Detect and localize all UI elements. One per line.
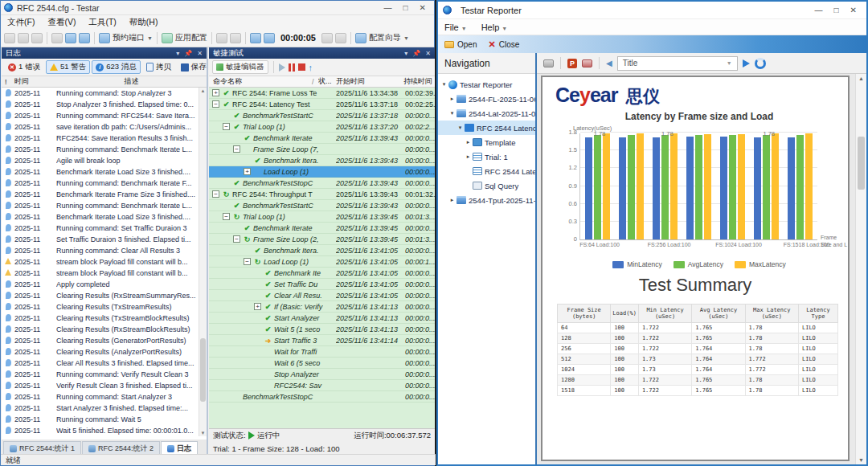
log-row[interactable]: 2025-11Clear All Results 3 finished. Ela… — [2, 358, 199, 369]
log-row[interactable]: 2025-11Benchmark Iterate Frame Size 3 fi… — [2, 189, 199, 200]
close-panel-icon[interactable]: ✕ — [425, 50, 431, 57]
run-report-icon[interactable] — [743, 59, 750, 67]
menu-item[interactable]: Help▼ — [481, 22, 508, 32]
close-panel-icon[interactable]: ✕ — [197, 50, 203, 57]
dropdown-icon[interactable]: ▾ — [404, 50, 407, 57]
nav-item-2544-tput-2025-11-[interactable]: ▸2544-Tput-2025-11- — [438, 193, 535, 207]
command-tree-row[interactable]: Stop Analyzer00:00:0... — [209, 369, 435, 380]
scroll-up-icon[interactable]: ▲ — [856, 76, 866, 81]
command-tree-row[interactable]: ✔Benchmark Itera.2025/11/6 13:41:0500:00… — [209, 245, 435, 256]
traffic-icon[interactable] — [321, 33, 333, 43]
command-tree-row[interactable]: ✔Benchmark Iterate2025/11/6 13:39:4300:0… — [209, 133, 435, 144]
scroll-thumb[interactable] — [858, 137, 865, 190]
play-icon[interactable] — [279, 63, 285, 72]
nav-item-2544-fl-2025-11-06[interactable]: ▸2544-FL-2025-11-06 — [438, 92, 535, 106]
errors-filter-button[interactable]: ✕ 1 错误 — [4, 60, 44, 74]
log-row[interactable]: 2025-11Clearing Results (RxStreamSummary… — [2, 290, 199, 301]
traffic2-icon[interactable] — [335, 33, 346, 43]
menu-item[interactable]: 工具(T) — [82, 17, 122, 28]
minimize-icon[interactable]: — — [384, 1, 392, 15]
cut-icon[interactable] — [51, 33, 63, 43]
scroll-up-icon[interactable]: ▲ — [199, 88, 207, 93]
chevron-down-icon[interactable]: ▼ — [147, 35, 153, 41]
wizard-icon[interactable] — [355, 33, 366, 43]
stop-icon[interactable] — [298, 63, 305, 71]
pin-icon[interactable]: 📌 — [412, 50, 420, 57]
command-tree-row[interactable]: ✔BenchmarkTestStopC2025/11/6 13:39:4300:… — [209, 178, 435, 189]
log-row[interactable]: 2025-11Running command: RFC2544: Save It… — [2, 110, 199, 121]
command-tree-row[interactable]: ✔BenchmarkTestStartC2025/11/6 13:37:1800… — [209, 110, 435, 121]
command-tree-row[interactable]: ✔Benchmark Itera.2025/11/6 13:39:4300:00… — [209, 155, 435, 166]
pin-icon[interactable]: 📌 — [184, 50, 192, 57]
log-row[interactable]: 2025-11Running command: Stop Analyzer 3 — [2, 88, 199, 99]
command-tree-row[interactable]: ✔Benchmark Ite2025/11/6 13:41:0500:00:0.… — [209, 268, 435, 279]
command-tree-row[interactable]: −Frame Size Loop (7,00:00:0... — [209, 144, 435, 155]
collapse-icon[interactable]: − — [233, 235, 240, 243]
open-icon[interactable] — [18, 33, 29, 43]
pause-icon[interactable] — [289, 63, 295, 72]
log-row[interactable]: 2025-11stream block Payload fill constan… — [2, 268, 199, 279]
collapse-icon[interactable]: − — [223, 123, 230, 130]
tree-collapse-icon[interactable]: ▾ — [440, 81, 448, 88]
command-tree-row[interactable]: −↻Trial Loop (1)2025/11/6 13:39:4500:01:… — [209, 211, 435, 223]
dropdown-icon[interactable]: ▾ — [176, 50, 179, 57]
nav-item-sql-query[interactable]: Sql Query — [438, 178, 535, 193]
reserve-port-button[interactable]: 预约端口 — [113, 32, 145, 43]
collapse-icon[interactable]: − — [233, 145, 240, 153]
log-row[interactable]: 2025-11Running command: Benchmark Iterat… — [2, 144, 199, 155]
log-row[interactable]: 2025-11Running command: Benchmark Iterat… — [2, 200, 199, 211]
save-log-button[interactable]: 保存 — [177, 60, 211, 74]
log-row[interactable]: 2025-11Running command: Benchmark Iterat… — [2, 178, 199, 189]
paste-icon[interactable] — [79, 33, 90, 43]
command-tree-row[interactable]: +✔If (Basic: Verify2025/11/6 13:41:1300:… — [209, 301, 435, 313]
chart2-icon[interactable] — [230, 33, 241, 43]
collapse-icon[interactable]: − — [244, 258, 251, 265]
save-icon[interactable] — [31, 33, 43, 43]
reserve-port-icon[interactable] — [99, 33, 110, 43]
apply-config-button[interactable]: 应用配置 — [175, 32, 207, 43]
log-row[interactable]: 2025-11save iteration db path: C:/Users/… — [2, 121, 199, 133]
expand-icon[interactable]: + — [244, 168, 251, 175]
apply-config-icon[interactable] — [162, 33, 173, 43]
log-row[interactable]: 2025-11Running command: Set Traffic Dura… — [2, 223, 199, 234]
tree-expand-icon[interactable]: ▸ — [465, 139, 472, 145]
open-report-button[interactable]: Open — [444, 40, 477, 49]
table2-icon[interactable] — [264, 33, 275, 43]
command-tree-row[interactable]: −↻Frame Size Loop (2,2025/11/6 13:39:450… — [209, 234, 435, 245]
tree-expand-icon[interactable]: ▸ — [465, 153, 472, 160]
menu-item[interactable]: 文件(F) — [1, 17, 41, 28]
command-tree-row[interactable]: BenchmarkTestStopC00:00:0... — [209, 391, 435, 403]
back-arrow-icon[interactable]: ◀ — [606, 59, 612, 67]
command-tree-row[interactable]: ✔Clear All Resu.2025/11/6 13:41:0500:00:… — [209, 290, 435, 301]
scroll-down-icon[interactable]: ▼ — [199, 431, 207, 435]
log-row[interactable]: 2025-11Benchmark Iterate Load Size 3 fin… — [2, 211, 199, 223]
title-dropdown[interactable]: Title ▼ — [617, 56, 738, 71]
messages-filter-button[interactable]: i 623 消息 — [92, 60, 141, 74]
tree-expand-icon[interactable]: ▸ — [448, 96, 456, 102]
log-row[interactable]: 2025-11stream block Payload fill constan… — [2, 256, 199, 268]
command-tree-row[interactable]: −↻RFC 2544: Throughput T2025/11/6 13:39:… — [209, 189, 435, 200]
log-row[interactable]: 2025-11Stop Analyzer 3 finished. Elapsed… — [2, 99, 199, 110]
log-row[interactable]: 2025-11Clearing Results (RxStreamBlockRe… — [2, 324, 199, 335]
nav-item-rfc-2544-latency-s[interactable]: ▾RFC 2544 Latency S — [438, 121, 535, 135]
close-icon[interactable]: ✕ — [850, 3, 857, 18]
copy-icon[interactable] — [65, 33, 76, 43]
command-tree-row[interactable]: ✔Wait 5 (1 seco2025/11/6 13:41:1300:00:0… — [209, 324, 435, 335]
log-row[interactable]: 2025-11Running command: Wait 5 — [2, 414, 199, 425]
tree-expand-icon[interactable]: ▸ — [448, 197, 456, 203]
log-row[interactable]: 2025-11Clearing Results (TxStreamBlockRe… — [2, 313, 199, 324]
menu-item[interactable]: File▼ — [444, 22, 467, 32]
expand-icon[interactable]: + — [212, 89, 219, 96]
nav-item-rfc-2544-latency-t[interactable]: RFC 2544 Latency T — [438, 164, 535, 178]
command-tree-row[interactable]: −✔RFC 2544: Latency Test2025/11/6 13:37:… — [209, 99, 435, 110]
log-row[interactable]: 2025-11Running command: Verify Result Cl… — [2, 369, 199, 380]
log-row[interactable]: 2025-11Start Analyzer 3 finished. Elapse… — [2, 403, 199, 414]
copy-log-button[interactable]: 拷贝 — [142, 60, 175, 74]
log-row[interactable]: 2025-11Set Traffic Duraion 3 finished. E… — [2, 234, 199, 245]
log-row[interactable]: 2025-11Clearing Results (TxStreamResults… — [2, 301, 199, 313]
log-row[interactable]: 2025-11RFC2544: Save Iteration Results 3… — [2, 133, 199, 144]
log-row[interactable]: 2025-11Running command: Start Analyzer 3 — [2, 391, 199, 403]
command-tree-row[interactable]: ✔BenchmarkTestStartC2025/11/6 13:39:4300… — [209, 200, 435, 211]
command-tree-row[interactable]: ➜Start Traffic 32025/11/6 13:41:1400:00:… — [209, 335, 435, 346]
minimize-icon[interactable]: — — [815, 3, 823, 18]
